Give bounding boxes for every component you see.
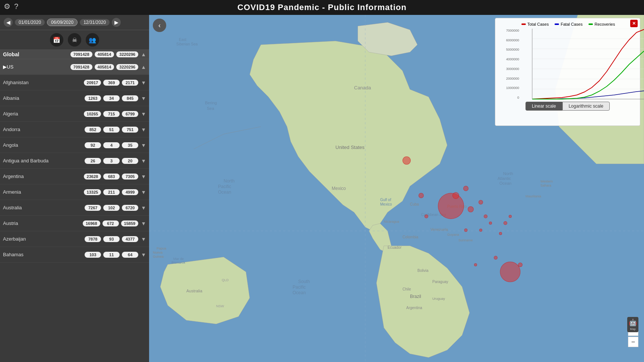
chart-legend: Total Cases Fatal Cases Recoveries — [521, 22, 636, 27]
svg-text:Caribbean Sea: Caribbean Sea — [421, 213, 446, 217]
recovered-stat: 845 — [122, 95, 138, 101]
fatal-stat: 93 — [103, 236, 120, 242]
expand-button[interactable]: ▼ — [141, 252, 146, 258]
svg-text:Puerto Rico: Puerto Rico — [447, 204, 467, 209]
skull-button[interactable]: ☠ — [68, 33, 81, 47]
calendar-button[interactable]: 📅 — [50, 33, 63, 47]
expand-button[interactable]: ▼ — [141, 127, 146, 133]
expand-button[interactable]: ▼ — [141, 95, 146, 101]
country-name: Azerbaijan — [3, 236, 83, 242]
zoom-out-button[interactable]: − — [628, 337, 638, 347]
expand-button[interactable]: ▼ — [141, 142, 146, 148]
svg-text:Nueva: Nueva — [153, 251, 162, 254]
svg-text:Nicaragua: Nicaragua — [384, 220, 399, 223]
fatal-stat: 4 — [103, 142, 120, 148]
table-row[interactable]: Armenia 13325 211 4999 ▼ — [0, 184, 149, 200]
total-stat: 7878 — [85, 236, 101, 242]
fatal-stat: 34 — [103, 95, 120, 101]
svg-text:Canada: Canada — [354, 85, 371, 90]
selected-expand-btn[interactable]: ▲ — [141, 64, 146, 70]
date-start-pill[interactable]: 01/01/2020 — [15, 19, 45, 26]
help-icon[interactable]: ? — [14, 2, 18, 11]
fatal-stat: 102 — [103, 205, 120, 211]
recovered-stat: 4377 — [122, 236, 138, 242]
recovered-stat: 6799 — [122, 111, 138, 117]
svg-text:Uruguay: Uruguay — [432, 297, 445, 301]
svg-text:Sahara: Sahara — [540, 184, 551, 187]
recovered-stat: 2171 — [122, 80, 138, 86]
fatal-stat: 51 — [103, 127, 120, 133]
table-row[interactable]: Andorra 852 51 751 ▼ — [0, 122, 149, 137]
legend-fatal-dot — [555, 23, 559, 25]
recovered-stat: 7305 — [122, 174, 138, 180]
gear-icon[interactable]: ⚙ — [4, 2, 10, 11]
chart-panel: ✕ Total Cases Fatal Cases Recoveries 700… — [495, 18, 640, 126]
expand-button[interactable]: ▼ — [141, 205, 146, 211]
prev-date-button[interactable]: ◀ — [4, 18, 13, 27]
attribution-text: Map — [630, 327, 636, 331]
table-row[interactable]: Angola 92 4 35 ▼ — [0, 137, 149, 153]
total-stat: 103 — [85, 252, 101, 258]
action-icons-bar: 📅 ☠ 👥 — [0, 30, 149, 50]
svg-text:Ocean: Ocean — [218, 190, 231, 195]
fatal-stat: 672 — [102, 220, 119, 226]
legend-fatal: Fatal Cases — [555, 22, 583, 26]
svg-text:Siberian Sea: Siberian Sea — [176, 42, 198, 46]
expand-button[interactable]: ▼ — [141, 111, 146, 117]
logarithmic-scale-button[interactable]: Logarithmic scale — [562, 102, 610, 111]
people-button[interactable]: 👥 — [86, 33, 99, 47]
svg-text:North: North — [503, 171, 513, 176]
y-axis-labels: 7000000 6000000 5000000 4000000 3000000 … — [499, 29, 521, 99]
next-date-button[interactable]: ▶ — [112, 18, 121, 27]
table-row[interactable]: Bahamas 103 11 64 ▼ — [0, 247, 149, 263]
expand-button[interactable]: ▼ — [141, 174, 146, 180]
legend-recoveries-dot — [588, 23, 593, 25]
recovered-stat: 64 — [122, 252, 138, 258]
legend-total-label: Total Cases — [527, 22, 549, 26]
chart-close-button[interactable]: ✕ — [630, 20, 638, 27]
table-row[interactable]: Afghanistan 20917 369 2171 ▼ — [0, 75, 149, 90]
total-stat: 10265 — [84, 111, 101, 117]
fatal-stat: 683 — [103, 174, 120, 180]
date-current-pill[interactable]: 06/09/2020 — [47, 19, 78, 26]
global-row[interactable]: Global 7091428 405814 3220296 ▲ — [0, 50, 149, 59]
svg-text:Colombia: Colombia — [402, 235, 419, 239]
svg-text:Ecuador: Ecuador — [388, 245, 402, 250]
linear-scale-button[interactable]: Linear scale — [525, 102, 562, 111]
left-panel: ◀ 01/01/2020 06/09/2020 12/31/2020 ▶ 📅 ☠… — [0, 15, 149, 362]
svg-text:QLD: QLD — [222, 278, 229, 282]
svg-text:Bismarck: Bismarck — [171, 261, 186, 264]
map-attribution: 🤖 Map — [627, 317, 638, 332]
svg-text:Argentina: Argentina — [406, 306, 422, 310]
table-row[interactable]: Australia 7267 102 6720 ▼ — [0, 200, 149, 216]
total-stat: 13325 — [84, 189, 101, 195]
svg-text:Mexico: Mexico — [332, 186, 346, 191]
chart-svg: Jan 23 Feb 11 Mar 02 Mar 22 Apr 10 Apr 3… — [521, 29, 644, 99]
table-row[interactable]: Azerbaijan 7878 93 4377 ▼ — [0, 231, 149, 247]
total-stat: 20917 — [84, 80, 101, 86]
table-row[interactable]: Algeria 10265 715 6799 ▼ — [0, 106, 149, 122]
country-name: Austria — [3, 220, 82, 226]
selected-fatal: 405814 — [95, 64, 114, 70]
back-button[interactable]: ‹ — [153, 19, 166, 32]
table-row[interactable]: Albania 1263 34 845 ▼ — [0, 90, 149, 106]
table-row[interactable]: Antigua and Barbuda 26 3 20 ▼ — [0, 153, 149, 169]
table-row[interactable]: Argentina 23628 683 7305 ▼ — [0, 169, 149, 184]
table-row[interactable]: Austria 16968 672 15859 ▼ — [0, 216, 149, 231]
expand-button[interactable]: ▼ — [141, 189, 146, 195]
expand-button[interactable]: ▼ — [141, 236, 146, 242]
expand-button[interactable]: ▼ — [141, 80, 146, 86]
date-end-pill[interactable]: 12/31/2020 — [80, 19, 110, 26]
top-left-icons: ⚙ ? — [4, 2, 18, 11]
selected-recovered: 3220296 — [116, 64, 138, 70]
expand-button[interactable]: ▼ — [141, 158, 146, 164]
fatal-stat: 211 — [103, 189, 120, 195]
expand-button[interactable]: ▼ — [141, 220, 146, 226]
selected-country-row[interactable]: ▶US 7091428 405814 3220296 ▲ — [0, 59, 149, 75]
legend-fatal-label: Fatal Cases — [561, 22, 583, 26]
page-title: COVID19 Pandemic - Public Information — [237, 3, 407, 12]
global-expand-btn[interactable]: ▲ — [141, 51, 146, 57]
country-name: Albania — [3, 95, 83, 101]
total-stat: 26 — [85, 158, 101, 164]
svg-text:Ocean: Ocean — [293, 290, 306, 295]
